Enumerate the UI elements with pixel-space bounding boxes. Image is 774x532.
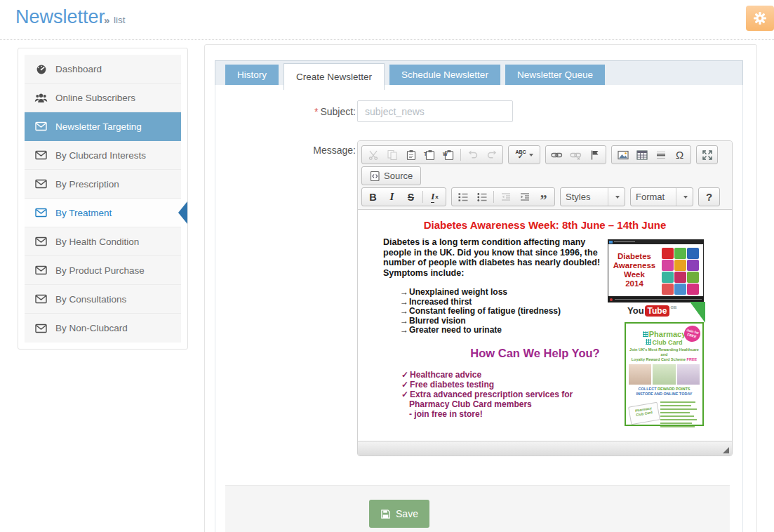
editor-content[interactable]: Diabetes Awareness Week: 8th June – 14th… [358,210,732,441]
video-title-text: Diabetes Awareness Week 2014 [608,252,660,288]
toolbar-separator [422,191,423,203]
insert-table-button[interactable] [632,147,651,163]
tab-newsletter-queue[interactable]: Newsletter Queue [505,65,605,85]
symptom-list: →Unexplained weight loss →Increased thir… [400,288,561,335]
undo-button[interactable] [463,147,482,163]
dots-logo-icon [646,339,651,345]
envelope-icon [34,237,48,246]
toolbar-row-1: T W ABC ✓ [361,145,728,164]
source-button[interactable]: Source [363,167,419,185]
check-bullet: ✓ [401,380,408,390]
anchor-button[interactable] [585,147,604,163]
blockquote-icon: ” [540,191,547,203]
intro-paragraph: Diabetes is a long term condition affect… [383,237,611,278]
envelope-icon [34,150,48,160]
paste-button[interactable] [401,147,420,163]
about-help-button[interactable]: ? [700,189,718,205]
subject-label: *Subject: [279,106,356,117]
sidebar-item-label: By Prescription [55,179,119,189]
green-ribbon [690,302,705,323]
puzzle-collage [660,246,701,294]
sidebar-item-by-non-clubcard[interactable]: By Non-Clubcard [25,314,181,343]
anchor-flag-icon [589,149,601,161]
maximize-button[interactable] [698,147,716,163]
symptom-item: →Greater need to urinate [400,326,561,335]
subject-input[interactable] [357,100,513,122]
redo-button[interactable] [482,147,501,163]
toolbar-row-3: B I S Ix ” Styles [361,187,728,206]
spellcheck-button[interactable]: ABC ✓ [510,147,538,163]
italic-button[interactable]: I [382,189,401,205]
bold-button[interactable]: B [363,189,382,205]
unlink-button[interactable] [566,147,585,163]
gear-icon [753,11,767,25]
format-dropdown[interactable]: Format [630,187,693,206]
blockquote-button[interactable]: ” [534,189,553,205]
sidebar-item-by-consultations[interactable]: By Consultations [25,285,181,314]
arrow-bullet: → [400,288,408,298]
sidebar-item-by-clubcard-interests[interactable]: By Clubcard Interests [25,141,181,170]
sidebar-item-dashboard[interactable]: Dashboard [25,55,181,84]
tab-schedule-newsletter[interactable]: Schedule Newsletter [389,65,500,85]
numbered-list-button[interactable] [453,189,472,205]
sidebar-item-by-treatment[interactable]: By Treatment [25,199,181,227]
toolbar-separator [460,149,461,161]
envelope-icon [34,208,48,218]
envelope-icon [34,294,48,304]
symptom-item: →Increased thirst [400,298,561,307]
envelope-icon [34,324,48,333]
chevron-down-icon [683,196,688,199]
sidebar-item-online-subscribers[interactable]: Online Subscribers [25,84,181,112]
settings-button[interactable] [746,6,774,31]
paste-from-word-button[interactable]: W [439,147,458,163]
link-button[interactable] [547,147,566,163]
table-icon [636,149,648,161]
remove-format-button[interactable]: Ix [425,189,444,205]
users-icon [34,93,48,103]
save-label: Save [396,508,418,519]
copy-button[interactable] [382,147,401,163]
intro-bold: doubled [563,258,597,267]
strikethrough-button[interactable]: S [401,189,420,205]
sidebar-item-newsletter-targeting[interactable]: Newsletter Targeting [25,112,181,141]
paste-icon [406,149,417,161]
tab-history[interactable]: History [225,65,279,85]
tab-content: *Subject: Message: T W [215,85,743,532]
dashboard-icon [34,64,48,74]
envelope-icon [34,179,48,189]
sidebar-item-by-prescription[interactable]: By Prescription [25,170,181,199]
paste-as-text-button[interactable]: T [420,147,439,163]
special-character-button[interactable]: Ω [670,147,689,163]
undo-icon [467,149,479,161]
insert-image-button[interactable] [613,147,632,163]
breadcrumb: list [114,15,126,25]
cut-button[interactable] [363,147,382,163]
horizontal-rule-icon [655,149,667,161]
outdent-button[interactable] [496,189,515,205]
sidebar-item-label: Dashboard [55,64,102,74]
flyer-banner: COLLECT REWARD POINTS INSTORE AND ONLINE… [629,387,700,397]
benefit-item: ✓Healthcare advice [401,370,573,380]
sidebar-item-by-product-purchase[interactable]: By Product Purchase [25,256,181,285]
resize-handle-icon[interactable] [723,447,729,453]
bulleted-list-button[interactable] [472,189,491,205]
sidebar-item-label: By Non-Clubcard [55,323,128,333]
save-icon [380,509,391,519]
sidebar-item-label: Online Subscribers [55,93,135,103]
cut-icon [368,149,379,161]
save-button[interactable]: Save [369,500,429,528]
breadcrumb-separator: » [104,14,109,26]
flyer-photos [629,364,700,385]
check-bullet: ✓ [401,390,408,399]
arrow-bullet: → [400,307,408,317]
image-icon [618,149,629,161]
benefits-list: ✓Healthcare advice ✓Free diabetes testin… [401,370,573,419]
sidebar-item-label: By Health Condition [55,237,139,247]
sidebar-item-by-health-condition[interactable]: By Health Condition [25,227,181,256]
styles-dropdown[interactable]: Styles [560,187,625,206]
page-title: Newsletter [15,6,105,28]
tab-create-newsletter[interactable]: Create Newsletter [283,63,385,90]
horizontal-rule-button[interactable] [651,147,670,163]
join-line: - join free in store! [401,409,573,419]
indent-button[interactable] [515,189,534,205]
